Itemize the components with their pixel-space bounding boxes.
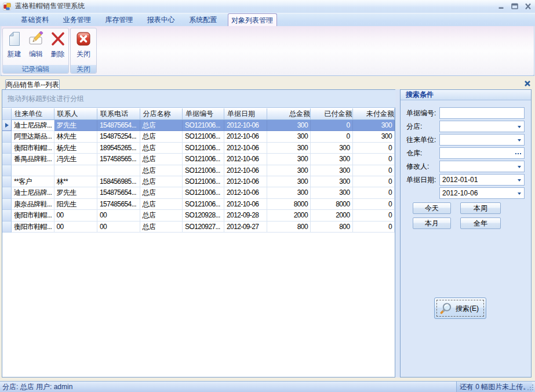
table-row[interactable]: 衡阳市鞋帽... 00 00 总店 SO120928... 2012-09-28… — [2, 210, 395, 221]
modifier-combobox[interactable] — [439, 161, 525, 172]
column-header[interactable]: 联系电话 — [97, 108, 140, 120]
cell-paid-amount[interactable]: 0 — [311, 131, 353, 142]
cell-paid-amount[interactable]: 800 — [311, 222, 353, 233]
cell-paid-amount[interactable]: 300 — [311, 143, 353, 154]
cell-doc-date[interactable]: 2012-10-06 — [224, 131, 267, 142]
cell-phone[interactable]: 157485654... — [97, 199, 140, 210]
cell-phone[interactable]: 00 — [97, 222, 140, 233]
branch-combobox[interactable] — [439, 121, 525, 132]
cell-doc-number[interactable]: SO120927... — [183, 222, 224, 233]
cell-total-amount[interactable]: 8000 — [267, 199, 311, 210]
cell-total-amount[interactable]: 800 — [267, 222, 311, 233]
cell-contact[interactable]: 杨先生 — [54, 143, 98, 154]
cell-doc-number[interactable]: SO121006... — [183, 154, 224, 165]
panel-splitter[interactable] — [395, 89, 400, 378]
cell-phone[interactable]: 154875654... — [97, 187, 140, 198]
cell-doc-number[interactable]: SO121006... — [183, 120, 224, 131]
column-header[interactable]: 往来单位 — [12, 108, 54, 120]
ribbon-tab-reports[interactable]: 报表中心 — [140, 14, 183, 26]
cell-unpaid-amount[interactable]: 0 — [353, 187, 395, 198]
warehouse-picker[interactable] — [439, 147, 525, 159]
cell-customer[interactable] — [12, 165, 54, 176]
cell-branch[interactable]: 总店 — [140, 176, 183, 187]
cell-unpaid-amount[interactable]: 0 — [353, 222, 395, 233]
cell-unpaid-amount[interactable]: 0 — [353, 176, 395, 187]
cell-total-amount[interactable]: 300 — [267, 131, 311, 142]
cell-phone[interactable]: 157458565... — [97, 154, 140, 165]
cell-phone[interactable]: 154875254... — [97, 131, 140, 142]
cell-doc-number[interactable]: SO121006... — [183, 143, 224, 154]
ellipsis-icon[interactable] — [515, 153, 516, 154]
close-window-button[interactable] — [524, 2, 532, 10]
cell-phone[interactable]: 158456985... — [97, 176, 140, 187]
cell-total-amount[interactable]: 300 — [267, 120, 311, 131]
column-header[interactable]: 总金额 — [267, 108, 311, 120]
cell-doc-date[interactable]: 2012-10-06 — [224, 143, 267, 154]
cell-branch[interactable]: 总店 — [140, 210, 183, 221]
cell-customer[interactable]: 阿里达斯品... — [12, 131, 54, 142]
ribbon-tab-object-list-active[interactable]: 对象列表管理 — [228, 13, 277, 26]
cell-paid-amount[interactable]: 300 — [311, 154, 353, 165]
resize-grip-icon[interactable] — [527, 384, 534, 391]
cell-contact[interactable]: 00 — [54, 222, 98, 233]
column-header[interactable]: 单据编号 — [183, 108, 224, 120]
customer-combobox[interactable] — [439, 134, 525, 146]
column-header[interactable]: 单据日期 — [224, 108, 267, 120]
chevron-down-icon[interactable] — [518, 126, 521, 128]
table-row[interactable]: 总店 SO121006... 2012-10-06 300 300 0 — [2, 165, 395, 176]
cell-unpaid-amount[interactable]: 0 — [353, 154, 395, 165]
cell-paid-amount[interactable]: 2000 — [311, 210, 353, 221]
cell-paid-amount[interactable]: 300 — [311, 176, 353, 187]
cell-unpaid-amount[interactable]: 0 — [353, 199, 395, 210]
cell-unpaid-amount[interactable]: 0 — [353, 143, 395, 154]
cell-customer[interactable]: 衡阳市鞋帽... — [12, 143, 54, 154]
cell-total-amount[interactable]: 300 — [267, 187, 311, 198]
maximize-button[interactable] — [511, 2, 519, 10]
column-header[interactable]: 未付金额 — [353, 108, 395, 120]
new-button[interactable]: 新建 — [3, 30, 25, 65]
minimize-button[interactable] — [497, 2, 505, 10]
cell-contact[interactable]: 林先生 — [54, 131, 98, 142]
cell-customer[interactable]: 番禺品牌鞋... — [12, 154, 54, 165]
cell-doc-number[interactable]: SO121006... — [183, 165, 224, 176]
cell-total-amount[interactable]: 300 — [267, 176, 311, 187]
today-button[interactable]: 今天 — [413, 202, 451, 214]
this-year-button[interactable]: 全年 — [460, 217, 501, 229]
document-close-icon[interactable] — [524, 80, 531, 87]
cell-unpaid-amount[interactable]: 300 — [353, 131, 395, 142]
chevron-down-icon[interactable] — [518, 179, 521, 182]
cell-doc-number[interactable]: SO121006... — [183, 187, 224, 198]
cell-contact[interactable]: 林** — [54, 176, 98, 187]
cell-phone[interactable]: 154875654... — [97, 120, 140, 131]
cell-branch[interactable]: 总店 — [140, 131, 183, 142]
cell-branch[interactable]: 总店 — [140, 165, 183, 176]
cell-doc-number[interactable]: SO121006... — [183, 131, 224, 142]
column-header[interactable]: 联系人 — [54, 108, 98, 120]
cell-total-amount[interactable]: 300 — [267, 165, 311, 176]
cell-doc-date[interactable]: 2012-09-28 — [224, 210, 267, 221]
cell-customer[interactable]: 迪士尼品牌... — [12, 120, 54, 131]
cell-doc-date[interactable]: 2012-10-06 — [224, 176, 267, 187]
edit-button[interactable]: 编辑 — [26, 30, 47, 65]
cell-contact[interactable]: 冯先生 — [54, 154, 98, 165]
ribbon-tab-basic-data[interactable]: 基础资料 — [14, 14, 56, 26]
cell-doc-date[interactable]: 2012-10-06 — [224, 187, 267, 198]
group-by-hint-bar[interactable]: 拖动列标题到这进行分组 — [2, 90, 395, 108]
table-row[interactable]: 迪士尼品牌... 罗先生 154875654... 总店 SO121006...… — [2, 187, 395, 198]
cell-customer[interactable]: 迪士尼品牌... — [12, 187, 54, 198]
table-row[interactable]: **客户 林** 158456985... 总店 SO121006... 201… — [2, 176, 395, 187]
cell-customer[interactable]: 衡阳市鞋帽... — [12, 222, 54, 233]
table-row[interactable]: 康奈品牌鞋... 阳先生 157485654... 总店 SO121006...… — [2, 199, 395, 210]
cell-unpaid-amount[interactable]: 0 — [353, 165, 395, 176]
cell-customer[interactable]: 衡阳市鞋帽... — [12, 210, 54, 221]
cell-total-amount[interactable]: 300 — [267, 154, 311, 165]
table-row[interactable]: 迪士尼品牌... 罗先生 154875654... 总店 SO121006...… — [2, 120, 395, 131]
this-week-button[interactable]: 本周 — [460, 202, 501, 214]
cell-doc-number[interactable]: SO121006... — [183, 176, 224, 187]
cell-contact[interactable]: 00 — [54, 210, 98, 221]
table-row[interactable]: 番禺品牌鞋... 冯先生 157458565... 总店 SO121006...… — [2, 154, 395, 165]
ribbon-tab-business[interactable]: 业务管理 — [56, 14, 99, 26]
cell-paid-amount[interactable]: 0 — [311, 120, 353, 131]
cell-contact[interactable]: 罗先生 — [54, 120, 98, 131]
column-header[interactable]: 已付金额 — [311, 108, 353, 120]
